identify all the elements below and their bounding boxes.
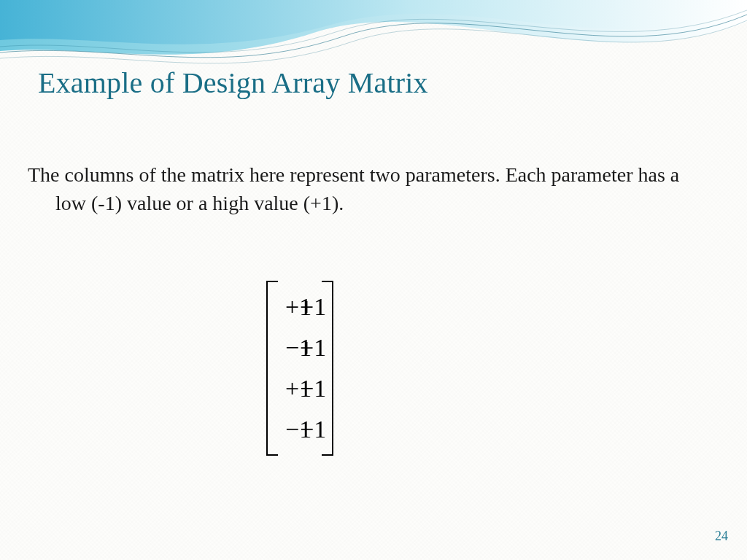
matrix-row: −1−1 — [285, 409, 314, 450]
body-paragraph: The columns of the matrix here represent… — [28, 160, 703, 217]
cell: −1 — [285, 409, 300, 450]
cell: −1 — [300, 368, 314, 409]
left-bracket-icon — [266, 281, 278, 456]
cell: −1 — [300, 409, 314, 450]
cell: +1 — [300, 327, 314, 368]
matrix-row: −1+1 — [285, 327, 314, 368]
cell: +1 — [300, 287, 314, 327]
right-bracket-icon — [322, 281, 333, 456]
cell: +1 — [285, 368, 300, 409]
matrix-row: +1−1 — [285, 368, 314, 409]
cell: +1 — [285, 287, 300, 327]
matrix-body: +1+1 −1+1 +1−1 −1−1 — [278, 281, 322, 456]
slide-title: Example of Design Array Matrix — [38, 66, 428, 100]
matrix-row: +1+1 — [285, 287, 314, 327]
page-number: 24 — [715, 529, 728, 544]
design-matrix: +1+1 −1+1 +1−1 −1−1 — [266, 281, 333, 456]
cell: −1 — [285, 327, 300, 368]
slide-body: The columns of the matrix here represent… — [28, 160, 703, 217]
